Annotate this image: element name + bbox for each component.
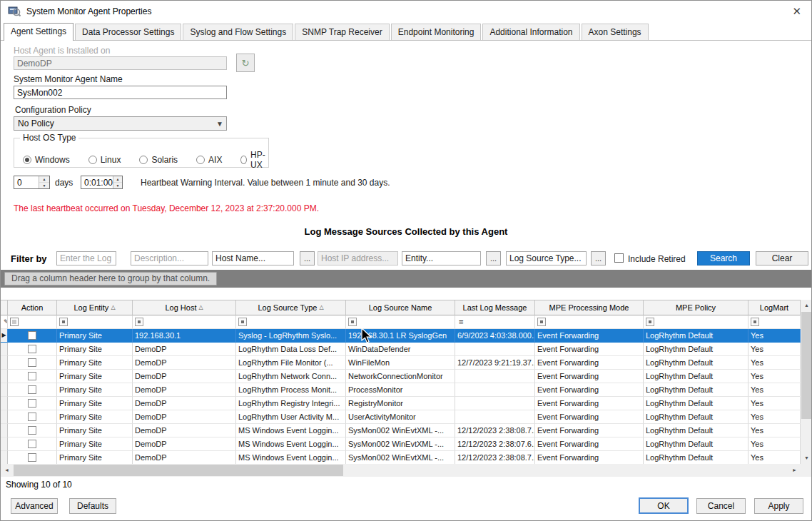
filter-cell-mpe-processing-mode[interactable]: [535, 315, 644, 329]
column-header-action[interactable]: Action: [8, 300, 57, 315]
log-source-type-filter-input[interactable]: [506, 251, 587, 265]
host-name-browse-button[interactable]: ...: [300, 251, 315, 265]
tab-syslog-and-flow-settings[interactable]: Syslog and Flow Settings: [183, 24, 293, 40]
row-checkbox[interactable]: [28, 399, 36, 408]
spin-up-icon[interactable]: ▲: [39, 176, 49, 183]
row-selector-cell[interactable]: ▶: [1, 329, 8, 343]
select-all-checkbox[interactable]: [10, 318, 19, 326]
spin-down-icon[interactable]: ▼: [113, 183, 122, 188]
scroll-right-icon[interactable]: ►: [788, 464, 801, 477]
row-selector-cell[interactable]: [1, 397, 8, 410]
scroll-up-icon[interactable]: ▲: [801, 300, 812, 311]
clear-button[interactable]: Clear: [756, 251, 808, 265]
spin-down-icon[interactable]: ▼: [39, 183, 49, 188]
vertical-scrollbar[interactable]: ▲ ▼: [801, 300, 812, 464]
row-selector-cell[interactable]: [1, 343, 8, 356]
scroll-left-icon[interactable]: ◄: [1, 464, 13, 477]
column-filter-icon[interactable]: [537, 318, 546, 326]
advanced-button[interactable]: Advanced: [11, 498, 58, 514]
radio-solaris[interactable]: Solaris: [139, 150, 178, 170]
filter-cell-logmart[interactable]: [748, 315, 801, 329]
row-checkbox[interactable]: [28, 345, 36, 353]
column-header-logmart[interactable]: LogMart: [748, 300, 801, 315]
row-checkbox[interactable]: [28, 413, 36, 421]
column-header-log-entity[interactable]: Log Entity△: [57, 300, 133, 315]
row-checkbox[interactable]: [28, 453, 36, 462]
ok-button[interactable]: OK: [639, 497, 689, 514]
radio-hp-ux[interactable]: HP-UX: [240, 150, 268, 170]
close-icon[interactable]: ✕: [792, 5, 801, 18]
tab-agent-settings[interactable]: Agent Settings: [4, 23, 73, 41]
column-filter-icon[interactable]: [348, 318, 357, 326]
interval-spinner[interactable]: 0:01:00 ▲ ▼: [81, 176, 123, 189]
table-row[interactable]: Primary SiteDemoDPLogRhythm Process Moni…: [1, 383, 801, 397]
column-filter-icon[interactable]: [238, 318, 247, 326]
row-selector-cell[interactable]: [1, 356, 8, 370]
tab-snmp-trap-receiver[interactable]: SNMP Trap Receiver: [295, 24, 389, 40]
row-checkbox[interactable]: [28, 358, 36, 367]
table-row[interactable]: Primary SiteDemoDPMS Windows Event Loggi…: [1, 437, 801, 451]
agent-name-input[interactable]: [14, 86, 227, 99]
group-by-bar[interactable]: Drag a column header here to group by th…: [1, 270, 811, 288]
row-checkbox[interactable]: [28, 385, 36, 394]
radio-aix[interactable]: AIX: [196, 150, 222, 170]
host-name-filter-input[interactable]: [212, 251, 294, 265]
column-header-log-host[interactable]: Log Host△: [133, 300, 236, 315]
column-header-last-log-message[interactable]: Last Log Message: [455, 300, 535, 315]
filter-cell-log-source-name[interactable]: [346, 315, 455, 329]
include-retired-checkbox[interactable]: [614, 253, 624, 263]
filter-cell-log-entity[interactable]: [57, 315, 133, 329]
tab-additional-information[interactable]: Additional Information: [482, 24, 579, 40]
cancel-button[interactable]: Cancel: [696, 498, 746, 514]
column-filter-icon[interactable]: [646, 318, 654, 326]
table-row[interactable]: Primary SiteDemoDPLogRhythm User Activit…: [1, 410, 801, 424]
scroll-down-icon[interactable]: ▼: [801, 452, 812, 464]
row-selector-cell[interactable]: [1, 410, 8, 424]
tab-axon-settings[interactable]: Axon Settings: [582, 24, 649, 40]
table-row[interactable]: Primary SiteDemoDPLogRhythm Network Conn…: [1, 370, 801, 383]
spin-up-icon[interactable]: ▲: [113, 176, 122, 183]
filter-cell-log-source-type[interactable]: [236, 315, 346, 329]
filter-cell-last-log-message[interactable]: =: [455, 315, 535, 329]
horizontal-scrollbar[interactable]: ◄ ►: [1, 464, 801, 477]
column-header-log-source-name[interactable]: Log Source Name: [346, 300, 455, 315]
apply-button[interactable]: Apply: [754, 498, 803, 514]
table-row[interactable]: Primary SiteDemoDPLogRhythm Registry Int…: [1, 397, 801, 410]
column-filter-icon[interactable]: [59, 318, 68, 326]
row-selector-cell[interactable]: [1, 370, 8, 383]
tab-data-processor-settings[interactable]: Data Processor Settings: [75, 24, 181, 40]
row-checkbox[interactable]: [28, 372, 36, 380]
table-row[interactable]: Primary SiteDemoDPMS Windows Event Loggi…: [1, 451, 801, 465]
filter-cell-mpe-policy[interactable]: [644, 315, 748, 329]
description-filter-input[interactable]: [131, 251, 208, 265]
radio-linux[interactable]: Linux: [88, 150, 121, 170]
refresh-button[interactable]: ↻: [236, 54, 255, 72]
row-checkbox[interactable]: [28, 426, 36, 435]
column-filter-icon[interactable]: [751, 318, 759, 326]
search-button[interactable]: Search: [697, 251, 750, 265]
column-filter-icon[interactable]: [135, 318, 143, 326]
filter-cell-action[interactable]: [8, 315, 57, 329]
table-row[interactable]: Primary SiteDemoDPLogRhythm File Monitor…: [1, 356, 801, 370]
horizontal-scrollbar-thumb[interactable]: [14, 465, 343, 476]
log-source-filter-input[interactable]: [56, 251, 116, 265]
row-selector-cell[interactable]: [1, 383, 8, 397]
row-selector-cell[interactable]: [1, 451, 8, 465]
entity-filter-input[interactable]: [402, 251, 481, 265]
entity-browse-button[interactable]: ...: [486, 251, 501, 265]
days-spinner[interactable]: 0 ▲ ▼: [14, 176, 50, 189]
table-row[interactable]: Primary SiteDemoDPLogRhythm Data Loss De…: [1, 343, 801, 356]
radio-windows[interactable]: Windows: [23, 150, 70, 170]
row-checkbox[interactable]: [28, 331, 36, 340]
equals-filter-icon[interactable]: =: [457, 315, 463, 328]
log-source-type-browse-button[interactable]: ...: [591, 251, 606, 265]
table-row[interactable]: Primary SiteDemoDPMS Windows Event Loggi…: [1, 424, 801, 437]
column-header-mpe-processing-mode[interactable]: MPE Processing Mode: [535, 300, 644, 315]
row-selector-cell[interactable]: [1, 424, 8, 437]
column-header-log-source-type[interactable]: Log Source Type△: [236, 300, 346, 315]
defaults-button[interactable]: Defaults: [69, 498, 116, 514]
config-policy-dropdown[interactable]: No Policy ▼: [14, 116, 227, 131]
row-selector-cell[interactable]: [1, 437, 8, 451]
vertical-scrollbar-thumb[interactable]: [801, 312, 812, 419]
row-checkbox[interactable]: [28, 440, 36, 448]
